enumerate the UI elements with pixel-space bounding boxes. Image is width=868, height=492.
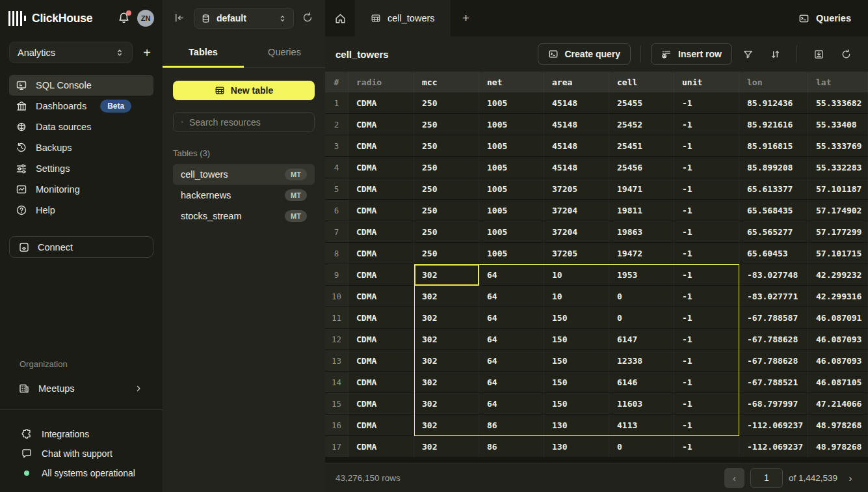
grid-cell[interactable]: -67.788587: [739, 307, 808, 329]
row-number[interactable]: 8: [325, 243, 349, 264]
refresh-tables-button[interactable]: [302, 12, 315, 25]
row-number[interactable]: 4: [325, 157, 349, 178]
grid-cell[interactable]: 130: [544, 436, 609, 458]
grid-cell[interactable]: 64: [479, 329, 544, 350]
sidebar-item-dashboards[interactable]: Dashboards Beta: [9, 96, 153, 116]
grid-cell[interactable]: CDMA: [349, 307, 414, 329]
grid-cell[interactable]: 46.087091: [808, 307, 868, 329]
grid-cell[interactable]: 19863: [609, 221, 674, 243]
table-list-item-hackernews[interactable]: hackernews MT: [173, 185, 315, 206]
grid-cell[interactable]: -1: [674, 114, 739, 135]
grid-cell[interactable]: 46.087105: [808, 372, 868, 393]
sidebar-item-settings[interactable]: Settings: [9, 158, 153, 179]
column-header-mcc[interactable]: mcc: [414, 72, 479, 92]
grid-cell[interactable]: 0: [609, 286, 674, 307]
grid-cell[interactable]: 55.332283: [808, 157, 868, 178]
grid-cell[interactable]: 48.978268: [808, 415, 868, 436]
row-number[interactable]: 2: [325, 114, 349, 135]
grid-cell[interactable]: CDMA: [349, 114, 414, 135]
table-list-item-stocks-stream[interactable]: stocks_stream MT: [173, 206, 315, 226]
grid-cell[interactable]: 250: [414, 200, 479, 221]
search-input[interactable]: [189, 117, 307, 128]
grid-cell[interactable]: 6146: [609, 372, 674, 393]
grid-cell[interactable]: 250: [414, 92, 479, 114]
grid-cell[interactable]: 250: [414, 135, 479, 157]
grid-cell[interactable]: 42.299232: [808, 264, 868, 286]
grid-cell[interactable]: 19811: [609, 200, 674, 221]
grid-cell[interactable]: 86: [479, 415, 544, 436]
grid-cell[interactable]: -83.027748: [739, 264, 808, 286]
grid-cell[interactable]: 250: [414, 178, 479, 200]
grid-cell[interactable]: 250: [414, 243, 479, 264]
sidebar-item-meetups[interactable]: Meetups: [0, 378, 163, 399]
table-list-item-cell-towers[interactable]: cell_towers MT: [173, 164, 315, 185]
sort-button[interactable]: [763, 43, 787, 65]
column-header-lat[interactable]: lat: [808, 72, 868, 92]
grid-cell[interactable]: CDMA: [349, 221, 414, 243]
grid-cell[interactable]: -1: [674, 135, 739, 157]
sidebar-item-help[interactable]: Help: [9, 200, 153, 221]
grid-cell[interactable]: 46.087093: [808, 350, 868, 372]
grid-cell[interactable]: 64: [479, 350, 544, 372]
grid-cell[interactable]: 25451: [609, 135, 674, 157]
grid-cell[interactable]: -1: [674, 157, 739, 178]
grid-cell[interactable]: 57.101187: [808, 178, 868, 200]
next-page-button[interactable]: ›: [843, 472, 858, 484]
grid-cell[interactable]: 302: [414, 436, 479, 458]
grid-cell[interactable]: 11603: [609, 393, 674, 415]
grid-cell[interactable]: 45148: [544, 157, 609, 178]
grid-cell[interactable]: 0: [609, 307, 674, 329]
grid-cell[interactable]: 65.613377: [739, 178, 808, 200]
grid-cell[interactable]: CDMA: [349, 286, 414, 307]
grid-cell[interactable]: 130: [544, 415, 609, 436]
sidebar-item-chat-support[interactable]: Chat with support: [0, 444, 163, 463]
row-number[interactable]: 1: [325, 92, 349, 114]
sidebar-item-sql-console[interactable]: SQL Console: [9, 75, 153, 96]
grid-cell[interactable]: 150: [544, 350, 609, 372]
row-number[interactable]: 15: [325, 393, 349, 415]
tab-cell-towers[interactable]: cell_towers: [355, 0, 451, 36]
grid-cell[interactable]: CDMA: [349, 92, 414, 114]
grid-cell[interactable]: -1: [674, 307, 739, 329]
grid-cell[interactable]: 25455: [609, 92, 674, 114]
grid-cell[interactable]: 1005: [479, 92, 544, 114]
grid-cell[interactable]: 1005: [479, 178, 544, 200]
grid-cell[interactable]: 19472: [609, 243, 674, 264]
grid-cell[interactable]: -1: [674, 200, 739, 221]
grid-cell[interactable]: 55.333682: [808, 92, 868, 114]
grid-cell[interactable]: -1: [674, 178, 739, 200]
grid-cell[interactable]: 302: [414, 350, 479, 372]
grid-cell[interactable]: 45148: [544, 135, 609, 157]
connect-button[interactable]: Connect: [9, 236, 153, 258]
grid-cell[interactable]: -1: [674, 286, 739, 307]
grid-cell[interactable]: 250: [414, 221, 479, 243]
grid-cell[interactable]: 10: [544, 264, 609, 286]
grid-cell[interactable]: 37204: [544, 221, 609, 243]
grid-cell[interactable]: 85.916815: [739, 135, 808, 157]
row-number[interactable]: 14: [325, 372, 349, 393]
column-header-cell[interactable]: cell: [609, 72, 674, 92]
grid-cell[interactable]: 45148: [544, 114, 609, 135]
insert-row-button[interactable]: Insert row: [651, 43, 732, 65]
system-status-item[interactable]: All systems operational: [0, 463, 163, 483]
grid-cell[interactable]: 48.978268: [808, 436, 868, 458]
workspace-selector[interactable]: Analytics: [9, 42, 133, 63]
grid-cell[interactable]: -1: [674, 264, 739, 286]
grid-cell[interactable]: 1005: [479, 114, 544, 135]
row-number[interactable]: 9: [325, 264, 349, 286]
row-number[interactable]: 7: [325, 221, 349, 243]
grid-cell[interactable]: 6147: [609, 329, 674, 350]
grid-cell[interactable]: -67.788521: [739, 372, 808, 393]
prev-page-button[interactable]: ‹: [724, 468, 744, 488]
grid-cell[interactable]: 57.177299: [808, 221, 868, 243]
grid-cell[interactable]: 302: [414, 307, 479, 329]
add-workspace-button[interactable]: +: [140, 46, 153, 59]
grid-cell[interactable]: 55.333769: [808, 135, 868, 157]
queries-button[interactable]: Queries: [798, 0, 851, 36]
sidebar-item-monitoring[interactable]: Monitoring: [9, 179, 153, 200]
grid-cell[interactable]: -1: [674, 221, 739, 243]
grid-cell[interactable]: CDMA: [349, 350, 414, 372]
grid-cell[interactable]: 150: [544, 372, 609, 393]
row-number[interactable]: 16: [325, 415, 349, 436]
grid-cell[interactable]: 250: [414, 157, 479, 178]
